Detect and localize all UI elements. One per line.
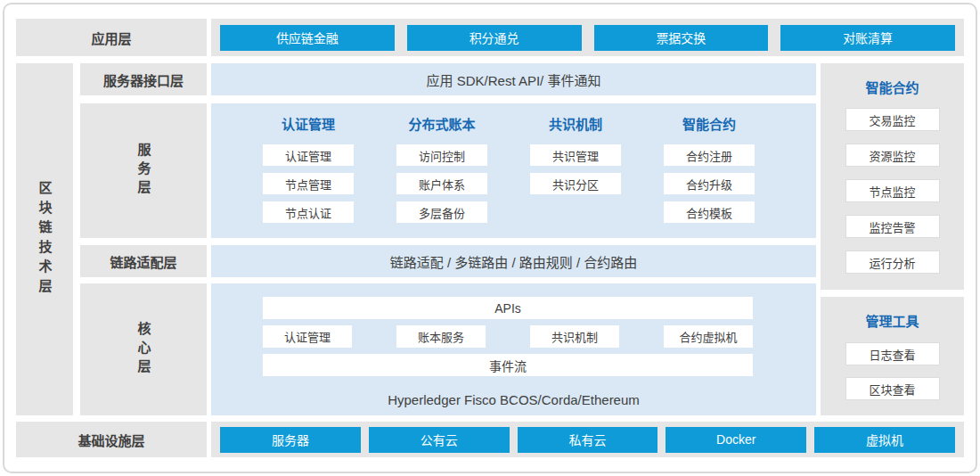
monitor-item-chip: 运行分析 <box>845 250 940 274</box>
monitor-item-chip: 交易监控 <box>845 108 940 131</box>
architecture-diagram: 应用层 供应链金融 积分通兑 票据交换 对账清算 区块链技术层 服务器接口层 服… <box>3 3 977 473</box>
infra-button[interactable]: 私有云 <box>518 427 658 453</box>
interface-layer-content: 应用 SDK/Rest API/ 事件通知 <box>211 63 816 95</box>
link-layer-content: 链路适配 / 多链路由 / 路由规则 / 合约路由 <box>211 245 816 277</box>
service-column-ledger: 分布式账本 访问控制 账户体系 多层备份 <box>396 116 487 230</box>
event-stream-bar: 事件流 <box>263 354 753 376</box>
infra-layer-label: 基础设施层 <box>16 422 207 457</box>
service-column-header: 智能合约 <box>664 116 755 134</box>
app-layer-button[interactable]: 积分通兑 <box>407 25 582 51</box>
service-item-chip: 访问控制 <box>396 144 487 166</box>
infra-layer-button-row: 服务器 公有云 私有云 Docker 虚拟机 <box>211 422 964 457</box>
smart-contract-panel: 智能合约 交易监控 资源监控 节点监控 监控告警 运行分析 <box>821 63 964 290</box>
service-item-chip: 合约模板 <box>664 201 755 223</box>
app-layer-button[interactable]: 对账清算 <box>780 25 955 51</box>
service-column-contract: 智能合约 合约注册 合约升级 合约模板 <box>664 116 755 230</box>
monitor-item-chip: 资源监控 <box>845 144 940 167</box>
tool-item-chip: 区块查看 <box>845 377 940 400</box>
service-item-chip: 共识分区 <box>530 173 621 194</box>
service-item-chip: 账户体系 <box>396 173 487 194</box>
core-layer-label: 核心层 <box>80 283 207 415</box>
interface-layer-label: 服务器接口层 <box>80 63 207 95</box>
core-module-chip: 合约虚拟机 <box>664 325 753 348</box>
app-layer-button[interactable]: 供应链金融 <box>220 25 395 51</box>
platforms-text: Hyperledger Fisco BCOS/Corda/Ethereum <box>211 389 816 410</box>
service-column-header: 认证管理 <box>263 116 354 134</box>
service-layer-panel: 认证管理 认证管理 节点管理 节点认证 分布式账本 访问控制 账户体系 多层备份… <box>211 103 816 238</box>
service-layer-label: 服务层 <box>80 103 207 238</box>
tech-layer-label: 区块链技术层 <box>16 63 73 415</box>
service-column-header: 共识机制 <box>530 116 621 134</box>
service-item-chip: 节点认证 <box>263 201 354 223</box>
infra-button[interactable]: 公有云 <box>369 427 510 453</box>
app-layer-label: 应用层 <box>16 19 207 56</box>
monitor-item-chip: 监控告警 <box>845 215 940 238</box>
core-module-chip: 认证管理 <box>263 325 352 348</box>
tool-item-chip: 日志查看 <box>845 342 940 365</box>
core-module-chip: 共识机制 <box>530 325 619 348</box>
infra-button[interactable]: 虚拟机 <box>814 427 955 453</box>
link-layer-label: 链路适配层 <box>80 245 207 277</box>
service-item-chip: 多层备份 <box>396 201 487 223</box>
service-item-chip: 共识管理 <box>530 144 621 166</box>
infra-button[interactable]: Docker <box>666 427 806 453</box>
service-column-consensus: 共识机制 共识管理 共识分区 <box>530 116 621 201</box>
core-module-chip: 账本服务 <box>396 325 486 348</box>
apis-bar: APIs <box>263 297 753 319</box>
service-column-auth: 认证管理 认证管理 节点管理 节点认证 <box>263 116 354 230</box>
service-item-chip: 合约升级 <box>664 173 755 194</box>
service-item-chip: 合约注册 <box>664 144 755 166</box>
app-layer-button-row: 供应链金融 积分通兑 票据交换 对账清算 <box>211 19 964 56</box>
monitor-item-chip: 节点监控 <box>845 179 940 202</box>
service-item-chip: 节点管理 <box>263 173 354 194</box>
infra-button[interactable]: 服务器 <box>220 427 361 453</box>
service-column-header: 分布式账本 <box>396 116 487 134</box>
management-tools-panel: 管理工具 日志查看 区块查看 <box>821 297 964 415</box>
management-tools-panel-header: 管理工具 <box>821 297 964 329</box>
smart-contract-panel-header: 智能合约 <box>821 63 964 95</box>
service-item-chip: 认证管理 <box>263 144 354 166</box>
core-layer-panel: APIs 认证管理 账本服务 共识机制 合约虚拟机 事件流 Hyperledge… <box>211 283 816 415</box>
app-layer-button[interactable]: 票据交换 <box>594 25 769 51</box>
